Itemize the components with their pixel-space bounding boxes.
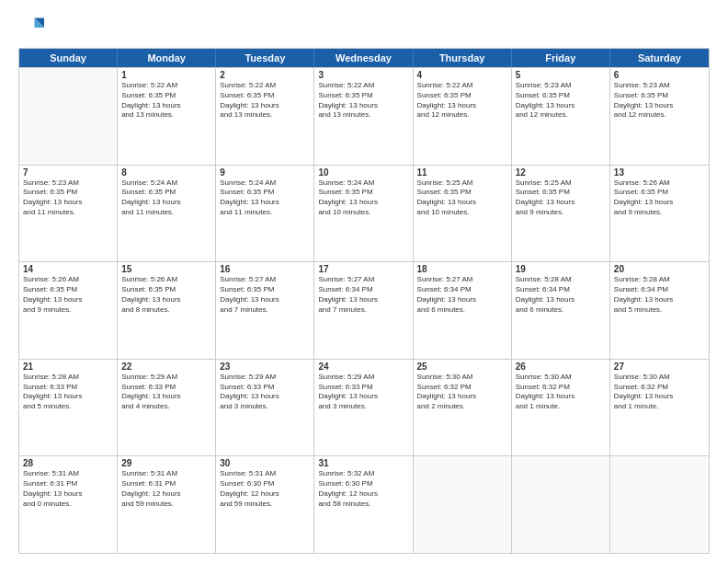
calendar-header-cell: Friday [512,49,610,67]
day-number: 19 [516,264,606,274]
cell-line: Sunrise: 5:28 AM [516,275,606,285]
cell-line: Daylight: 13 hours [614,101,705,111]
cell-line: and 4 minutes. [121,402,211,412]
day-number: 27 [614,362,705,372]
cell-line: Sunrise: 5:28 AM [23,373,113,383]
cell-line: and 13 minutes. [121,110,211,121]
calendar-cell: 11Sunrise: 5:25 AMSunset: 6:35 PMDayligh… [414,166,512,262]
day-number: 7 [23,167,113,178]
cell-line: Daylight: 13 hours [220,295,310,305]
calendar-cell: 26Sunrise: 5:30 AMSunset: 6:32 PMDayligh… [512,360,610,456]
cell-line: and 5 minutes. [23,402,113,412]
calendar-cell: 21Sunrise: 5:28 AMSunset: 6:33 PMDayligh… [19,360,118,456]
cell-line: and 1 minute. [516,402,606,412]
cell-line: Sunrise: 5:31 AM [23,469,113,479]
calendar-cell: 27Sunrise: 5:30 AMSunset: 6:32 PMDayligh… [610,360,709,456]
cell-line: Sunrise: 5:22 AM [121,81,211,91]
logo [18,15,48,40]
cell-line: Sunrise: 5:25 AM [516,178,606,189]
calendar-cell: 28Sunrise: 5:31 AMSunset: 6:31 PMDayligh… [19,456,118,553]
cell-line: Sunset: 6:34 PM [318,285,408,295]
calendar-cell: 16Sunrise: 5:27 AMSunset: 6:35 PMDayligh… [216,262,314,359]
cell-line: Daylight: 13 hours [121,198,211,208]
cell-line: Sunrise: 5:26 AM [121,275,211,285]
calendar-cell: 19Sunrise: 5:28 AMSunset: 6:34 PMDayligh… [512,262,610,359]
calendar-cell: 18Sunrise: 5:27 AMSunset: 6:34 PMDayligh… [414,262,512,359]
calendar-cell: 17Sunrise: 5:27 AMSunset: 6:34 PMDayligh… [314,262,413,359]
calendar-cell: 12Sunrise: 5:25 AMSunset: 6:35 PMDayligh… [512,166,610,262]
calendar-cell: 4Sunrise: 5:22 AMSunset: 6:35 PMDaylight… [414,68,512,165]
day-number: 11 [417,167,507,178]
day-number: 22 [121,362,211,372]
cell-line: Sunset: 6:35 PM [516,91,606,101]
calendar-cell: 5Sunrise: 5:23 AMSunset: 6:35 PMDaylight… [512,68,610,165]
page: SundayMondayTuesdayWednesdayThursdayFrid… [0,0,728,563]
cell-line: Sunset: 6:32 PM [614,383,705,393]
day-number: 17 [318,264,408,274]
cell-line: Sunset: 6:35 PM [23,188,113,198]
cell-line: and 1 minute. [614,402,705,412]
cell-line: Sunrise: 5:24 AM [220,178,310,189]
cell-line: Sunset: 6:34 PM [614,285,705,295]
cell-line: Sunset: 6:32 PM [516,383,606,393]
cell-line: Sunset: 6:35 PM [614,91,705,101]
cell-line: Sunrise: 5:27 AM [220,275,310,285]
day-number: 13 [614,167,705,178]
calendar-cell: 10Sunrise: 5:24 AMSunset: 6:35 PMDayligh… [314,166,413,262]
day-number: 9 [220,167,310,178]
cell-line: Daylight: 13 hours [121,392,211,402]
cell-line: Sunset: 6:35 PM [318,188,408,198]
calendar-cell: 20Sunrise: 5:28 AMSunset: 6:34 PMDayligh… [610,262,709,359]
calendar-cell: 29Sunrise: 5:31 AMSunset: 6:31 PMDayligh… [118,456,216,553]
calendar-body: 1Sunrise: 5:22 AMSunset: 6:35 PMDaylight… [19,67,709,553]
calendar-cell: 14Sunrise: 5:26 AMSunset: 6:35 PMDayligh… [19,262,118,359]
cell-line: Sunrise: 5:24 AM [121,178,211,189]
day-number: 21 [23,362,113,372]
calendar-header-row: SundayMondayTuesdayWednesdayThursdayFrid… [19,49,709,67]
cell-line: and 6 minutes. [417,305,507,316]
cell-line: and 9 minutes. [614,208,705,218]
cell-line: Daylight: 13 hours [121,295,211,305]
calendar-header-cell: Thursday [414,49,512,67]
cell-line: Sunset: 6:35 PM [220,91,310,101]
day-number: 26 [516,362,606,372]
calendar-cell [610,456,709,553]
cell-line: Daylight: 13 hours [220,101,310,111]
calendar-cell: 8Sunrise: 5:24 AMSunset: 6:35 PMDaylight… [118,166,216,262]
calendar-header-cell: Wednesday [314,49,413,67]
cell-line: Sunrise: 5:27 AM [318,275,408,285]
day-number: 14 [23,264,113,274]
calendar-cell: 9Sunrise: 5:24 AMSunset: 6:35 PMDaylight… [216,166,314,262]
cell-line: and 11 minutes. [220,208,310,218]
cell-line: and 7 minutes. [220,305,310,316]
cell-line: Sunset: 6:33 PM [220,383,310,393]
cell-line: and 3 minutes. [220,402,310,412]
day-number: 30 [220,458,310,468]
cell-line: Daylight: 13 hours [23,198,113,208]
header [18,15,710,40]
day-number: 6 [614,70,705,80]
cell-line: Daylight: 13 hours [614,198,705,208]
cell-line: and 5 minutes. [614,305,705,316]
cell-line: and 7 minutes. [318,305,408,316]
cell-line: and 0 minutes. [23,500,113,510]
cell-line: Sunrise: 5:30 AM [417,373,507,383]
cell-line: Sunset: 6:35 PM [121,188,211,198]
cell-line: Sunrise: 5:23 AM [23,178,113,189]
cell-line: and 11 minutes. [23,208,113,218]
calendar-header-cell: Saturday [610,49,709,67]
cell-line: Sunset: 6:35 PM [121,285,211,295]
cell-line: and 9 minutes. [516,208,606,218]
calendar-cell [414,456,512,553]
calendar-cell: 30Sunrise: 5:31 AMSunset: 6:30 PMDayligh… [216,456,314,553]
day-number: 31 [318,458,408,468]
day-number: 15 [121,264,211,274]
cell-line: Daylight: 13 hours [23,392,113,402]
cell-line: and 12 minutes. [614,110,705,121]
calendar-row: 7Sunrise: 5:23 AMSunset: 6:35 PMDaylight… [19,165,709,262]
day-number: 24 [318,362,408,372]
cell-line: Daylight: 13 hours [318,295,408,305]
day-number: 23 [220,362,310,372]
cell-line: Daylight: 13 hours [417,392,507,402]
cell-line: Daylight: 13 hours [516,392,606,402]
